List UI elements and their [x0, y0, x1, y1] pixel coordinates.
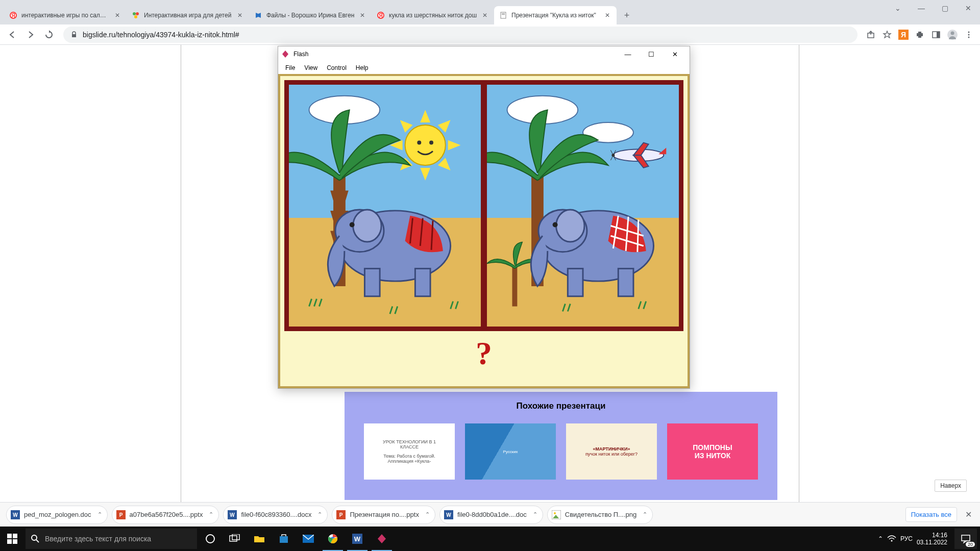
svg-rect-68 [7, 539, 12, 544]
chevron-up-icon[interactable]: ⌃ [97, 511, 102, 518]
menu-control[interactable]: Control [323, 63, 351, 72]
svg-point-23 [417, 141, 421, 145]
lock-icon [70, 31, 78, 38]
language-indicator[interactable]: РУС [900, 535, 913, 542]
svg-text:W: W [354, 535, 361, 543]
chevron-down-icon[interactable]: ⌄ [886, 0, 910, 16]
svg-text:P: P [339, 512, 343, 518]
presentation-thumb[interactable]: УРОК ТЕХНОЛОГИИ В 1 КЛАССЕ Тема: Работа … [364, 423, 455, 480]
task-word-icon[interactable]: W [345, 527, 370, 551]
task-store-icon[interactable] [272, 527, 296, 551]
reload-button[interactable] [41, 27, 57, 43]
star-icon[interactable] [880, 28, 894, 42]
url-text: bigslide.ru/tehnologiya/43974-kukla-iz-n… [83, 31, 239, 39]
maximize-icon[interactable]: ▢ [933, 0, 957, 16]
back-button[interactable] [4, 27, 20, 43]
picture-left [287, 83, 482, 328]
tab-1[interactable]: Интерактивная игра для детей ✕ [127, 6, 249, 24]
new-tab-button[interactable]: + [619, 7, 635, 23]
minimize-icon[interactable]: — [616, 47, 640, 61]
menu-icon[interactable] [962, 28, 976, 42]
scroll-top-button[interactable]: Наверх [935, 480, 967, 492]
close-icon[interactable]: ✕ [603, 11, 611, 19]
menu-file[interactable]: File [281, 63, 299, 72]
task-explorer-icon[interactable] [247, 527, 272, 551]
close-icon[interactable]: ✕ [481, 11, 489, 19]
minimize-icon[interactable]: — [910, 0, 933, 16]
sidepanel-icon[interactable] [929, 28, 943, 42]
svg-rect-75 [280, 536, 288, 543]
chevron-up-icon[interactable]: ⌃ [209, 511, 213, 518]
svg-text:P: P [119, 512, 122, 518]
maximize-icon[interactable]: ☐ [640, 47, 663, 61]
search-placeholder: Введите здесь текст для поиска [45, 535, 151, 543]
tab-title: Интерактивная игра для детей [144, 12, 233, 19]
browser-tab-strip: Я интерактивные игры по салмин ✕ Интерак… [0, 0, 980, 24]
close-icon[interactable]: ✕ [963, 508, 974, 521]
show-all-downloads[interactable]: Показать все [905, 507, 957, 522]
svg-line-50 [638, 220, 639, 252]
window-controls: ⌄ — ▢ ✕ [886, 0, 980, 16]
svg-rect-33 [415, 268, 430, 296]
forward-button[interactable] [22, 27, 39, 43]
tab-4-active[interactable]: Презентация "Кукла из ниток" ✕ [494, 6, 617, 24]
close-icon[interactable]: ✕ [663, 47, 687, 61]
task-mail-icon[interactable] [296, 527, 321, 551]
presentation-thumb[interactable]: ПОМПОНЫ ИЗ НИТОК [667, 423, 758, 480]
presentation-thumb[interactable]: «МАРТИНИЧКИ» пучок ниток или оберег? [566, 423, 657, 480]
chevron-up-icon[interactable]: ⌃ [533, 511, 537, 518]
download-item[interactable]: P a07be6a567f20e5....pptx ⌃ [112, 506, 219, 524]
close-icon[interactable]: ✕ [957, 0, 980, 16]
similar-presentations: Похожие презентаци УРОК ТЕХНОЛОГИИ В 1 К… [345, 392, 777, 500]
download-item[interactable]: Свидетельство П....png ⌃ [547, 506, 653, 524]
notifications-icon[interactable]: 20 [954, 529, 977, 549]
svg-rect-8 [502, 13, 505, 14]
word-icon: W [11, 510, 20, 519]
flash-titlebar[interactable]: Flash — ☐ ✕ [278, 46, 690, 62]
task-chrome-icon[interactable] [321, 527, 345, 551]
word-icon: W [444, 510, 453, 519]
menu-help[interactable]: Help [352, 63, 373, 72]
book-icon [254, 11, 262, 19]
download-item[interactable]: W ped_moz_pologen.doc ⌃ [6, 506, 108, 524]
svg-text:Я: Я [901, 31, 906, 39]
svg-point-34 [350, 222, 355, 228]
wifi-icon[interactable] [887, 535, 896, 542]
tab-3[interactable]: Я кукла из шерстяных ниток дош ✕ [372, 6, 494, 24]
profile-icon[interactable] [945, 28, 960, 42]
chevron-up-icon[interactable]: ⌃ [425, 511, 430, 518]
download-item[interactable]: P Презентация по....pptx ⌃ [332, 506, 435, 524]
close-icon[interactable]: ✕ [358, 11, 366, 19]
download-item[interactable]: W file0-f60c893360....docx ⌃ [223, 506, 328, 524]
share-icon[interactable] [864, 28, 878, 42]
task-cortana-icon[interactable] [198, 527, 223, 551]
close-icon[interactable]: ✕ [236, 11, 244, 19]
address-bar[interactable]: bigslide.ru/tehnologiya/43974-kukla-iz-n… [63, 27, 857, 43]
svg-point-17 [951, 31, 954, 35]
download-item[interactable]: W file0-8dd0b0a1de....doc ⌃ [439, 506, 543, 524]
flash-icon [281, 50, 289, 58]
chevron-up-icon[interactable]: ⌃ [317, 511, 322, 518]
flash-player-window: Flash — ☐ ✕ File View Control Help [278, 46, 690, 389]
taskbar-search[interactable]: Введите здесь текст для поиска [26, 529, 197, 549]
tab-0[interactable]: Я интерактивные игры по салмин ✕ [4, 6, 127, 24]
tab-2[interactable]: Файлы - Ворошко Ирина Евген ✕ [249, 6, 372, 24]
presentation-thumb[interactable]: Русских [465, 423, 556, 480]
svg-point-28 [353, 210, 381, 242]
flash-stage[interactable]: ? [278, 74, 690, 388]
clock[interactable]: 14:16 03.11.2022 [917, 532, 947, 546]
extensions-icon[interactable] [913, 28, 927, 42]
extension-icon-yandex[interactable]: Я [896, 28, 911, 42]
svg-rect-32 [364, 268, 380, 296]
svg-point-72 [206, 535, 214, 543]
svg-rect-7 [501, 12, 506, 18]
tray-chevron-icon[interactable]: ⌃ [878, 535, 883, 542]
start-button[interactable] [0, 527, 24, 551]
section-title: Похожие презентаци [345, 401, 777, 411]
menu-view[interactable]: View [300, 63, 322, 72]
task-flash-icon[interactable] [370, 527, 394, 551]
chevron-up-icon[interactable]: ⌃ [643, 511, 647, 518]
picture-right [485, 83, 680, 328]
close-icon[interactable]: ✕ [113, 11, 121, 19]
task-view-icon[interactable] [223, 527, 247, 551]
